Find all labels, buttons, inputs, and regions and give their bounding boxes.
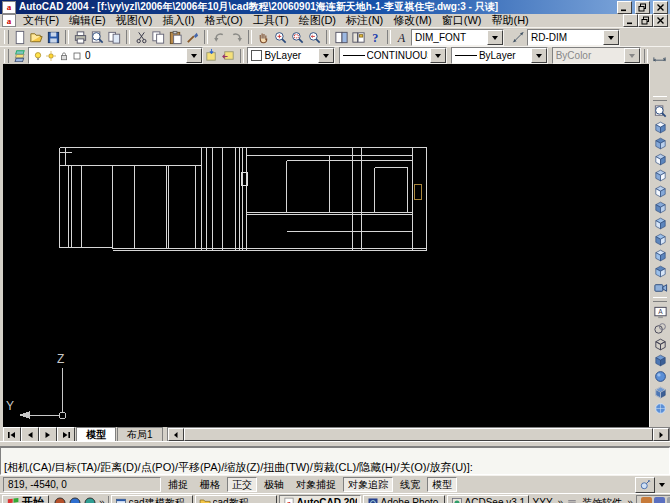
undo-button[interactable] xyxy=(211,29,228,45)
linetype-combo[interactable]: CONTINUOUS xyxy=(339,47,447,64)
menu-视图[interactable]: 视图(V) xyxy=(111,13,158,28)
open-button[interactable] xyxy=(28,29,45,45)
menu-文件[interactable]: 文件(F) xyxy=(18,13,64,28)
scrollbar-thumb[interactable] xyxy=(184,428,653,441)
horizontal-scrollbar[interactable] xyxy=(167,427,670,442)
child-restore-button[interactable] xyxy=(638,14,653,27)
restore-button[interactable] xyxy=(635,1,650,14)
coordinate-readout[interactable]: 819, -4540, 0 xyxy=(3,477,161,492)
taskbar-button-cad建模教程[interactable]: cad建模教程... xyxy=(111,495,193,503)
view-top-button[interactable] xyxy=(652,119,669,135)
command-window[interactable]: [相机(CA)/目标(TA)/距离(D)/点(PO)/平移(PA)/缩放(Z)/… xyxy=(0,447,670,475)
tab-布局1[interactable]: 布局1 xyxy=(117,427,163,441)
menu-编辑[interactable]: 编辑(E) xyxy=(64,13,111,28)
toggle-对象追踪[interactable]: 对象追踪 xyxy=(343,477,393,492)
layer-previous-button[interactable] xyxy=(220,48,237,64)
scroll-right-button[interactable] xyxy=(653,428,669,441)
shade-3d-wireframe-button[interactable] xyxy=(652,320,669,336)
menu-修改[interactable]: 修改(M) xyxy=(388,13,437,28)
taskbar-button-AutoCAD 200[interactable]: aAutoCAD 200... xyxy=(279,495,361,503)
toggle-对象捕捉[interactable]: 对象捕捉 xyxy=(291,477,341,492)
lineweight-combo[interactable]: ByLayer xyxy=(451,47,548,64)
taskbar-button-cad教程[interactable]: cad教程 xyxy=(195,495,277,503)
make-object-layer-current-button[interactable] xyxy=(203,48,220,64)
sun-icon[interactable] xyxy=(45,50,57,62)
color-dropdown-button[interactable] xyxy=(318,48,334,63)
view-left-button[interactable] xyxy=(652,151,669,167)
properties-button[interactable] xyxy=(333,29,350,45)
communication-center-button[interactable] xyxy=(635,477,655,493)
named-views-button[interactable] xyxy=(652,103,669,119)
designcenter-button[interactable] xyxy=(350,29,367,45)
start-button[interactable]: 开始 xyxy=(2,495,49,503)
text-style-combo[interactable]: DIM_FONT xyxy=(411,29,504,46)
view-front-button[interactable] xyxy=(652,183,669,199)
swatch-white-icon[interactable] xyxy=(71,50,83,62)
paste-button[interactable] xyxy=(167,29,184,45)
menu-窗口[interactable]: 窗口(W) xyxy=(437,13,487,28)
minimize-button[interactable] xyxy=(617,1,632,14)
lineweight-dropdown-button[interactable] xyxy=(531,48,547,63)
dim-style-combo[interactable]: RD-DIM xyxy=(527,29,620,46)
tab-first-button[interactable] xyxy=(3,427,21,442)
quick-launch-overflow[interactable]: » xyxy=(98,497,106,503)
dim-style-dropdown-button[interactable] xyxy=(603,30,619,45)
band-overflow-chevron[interactable]: » xyxy=(557,497,565,503)
band-overflow-chevron[interactable]: » xyxy=(626,497,634,503)
tab-last-button[interactable] xyxy=(57,427,75,442)
new-button[interactable] xyxy=(11,29,28,45)
view-se-iso-button[interactable] xyxy=(652,231,669,247)
camera-button[interactable] xyxy=(652,279,669,295)
zoom-window-button[interactable] xyxy=(289,29,306,45)
layer-dropdown-button[interactable] xyxy=(186,48,202,63)
quicklaunch-internet-icon[interactable] xyxy=(68,496,82,503)
color-combo[interactable]: ByLayer xyxy=(247,47,334,64)
close-button[interactable] xyxy=(653,1,668,14)
shade-gouraud-edges-button[interactable] xyxy=(652,400,669,416)
lock-icon[interactable] xyxy=(58,50,70,62)
layer-properties-manager-button[interactable] xyxy=(11,48,28,64)
menu-帮助[interactable]: 帮助(H) xyxy=(487,13,534,28)
menu-格式[interactable]: 格式(O) xyxy=(200,13,248,28)
shade-hidden-button[interactable] xyxy=(652,336,669,352)
toggle-模型[interactable]: 模型 xyxy=(427,477,457,492)
view-sw-iso-button[interactable] xyxy=(652,215,669,231)
toggle-捕捉[interactable]: 捕捉 xyxy=(163,477,193,492)
command-prompt-line[interactable]: [相机(CA)/目标(TA)/距离(D)/点(PO)/平移(PA)/缩放(Z)/… xyxy=(4,461,666,474)
zoom-realtime-button[interactable] xyxy=(272,29,289,45)
taskbar-band-装饰软件[interactable]: 装饰软件 xyxy=(580,496,624,503)
toolbar-grip[interactable] xyxy=(4,30,9,44)
view-bottom-button[interactable] xyxy=(652,135,669,151)
match-properties-button[interactable] xyxy=(184,29,201,45)
text-style-dropdown-button[interactable] xyxy=(487,30,503,45)
menu-标注[interactable]: 标注(N) xyxy=(341,13,388,28)
drawing-file-icon[interactable]: a xyxy=(2,14,16,27)
tab-模型[interactable]: 模型 xyxy=(76,427,116,441)
toggle-极轴[interactable]: 极轴 xyxy=(259,477,289,492)
shade-flat-edges-button[interactable] xyxy=(652,384,669,400)
autocad-app-icon[interactable]: a xyxy=(2,1,16,14)
drawing-canvas[interactable]: Z Y xyxy=(3,64,649,427)
help-button[interactable]: ? xyxy=(367,29,384,45)
zoom-previous-button[interactable] xyxy=(306,29,323,45)
shade-2d-wireframe-button[interactable]: A xyxy=(652,304,669,320)
layer-combo[interactable]: 0 xyxy=(28,47,204,64)
quicklaunch-media-icon[interactable] xyxy=(83,496,97,503)
menu-插入[interactable]: 插入(I) xyxy=(157,13,199,28)
view-nw-iso-button[interactable] xyxy=(652,263,669,279)
toolbar-grip[interactable] xyxy=(653,96,667,101)
child-close-button[interactable] xyxy=(653,14,668,27)
tray-icon-1[interactable] xyxy=(641,497,652,503)
bulb-icon[interactable] xyxy=(32,50,44,62)
menu-工具[interactable]: 工具(T) xyxy=(248,13,294,28)
toggle-正交[interactable]: 正交 xyxy=(227,477,257,492)
pan-button[interactable] xyxy=(255,29,272,45)
toggle-栅格[interactable]: 栅格 xyxy=(195,477,225,492)
preview-button[interactable] xyxy=(89,29,106,45)
view-ne-iso-button[interactable] xyxy=(652,247,669,263)
cut-button[interactable] xyxy=(133,29,150,45)
quicklaunch-app-1-icon[interactable] xyxy=(53,496,67,503)
menu-绘图[interactable]: 绘图(D) xyxy=(294,13,341,28)
copy-button[interactable] xyxy=(150,29,167,45)
status-bar-menu-button[interactable] xyxy=(657,479,667,490)
